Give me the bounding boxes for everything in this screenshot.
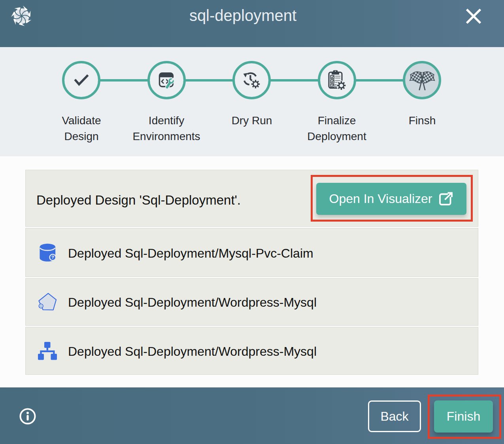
svg-text:?: ? [51, 255, 54, 260]
